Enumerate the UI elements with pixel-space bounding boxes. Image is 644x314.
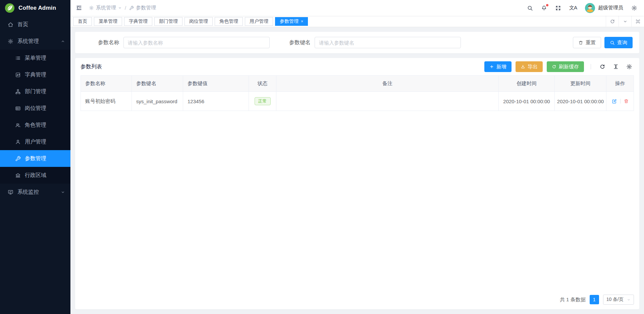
column-settings-gear-icon[interactable] bbox=[626, 64, 632, 70]
col-actions: 操作 bbox=[606, 76, 634, 92]
tab-dict-mgmt[interactable]: 字典管理 bbox=[124, 17, 152, 26]
breadcrumb-system-mgmt[interactable]: 系统管理 bbox=[89, 5, 122, 11]
edit-icon[interactable] bbox=[611, 99, 617, 104]
sidebar-item-post-mgmt[interactable]: 岗位管理 bbox=[0, 100, 70, 117]
tab-post-mgmt[interactable]: 岗位管理 bbox=[184, 17, 213, 26]
param-name-input[interactable] bbox=[123, 37, 270, 48]
breadcrumb-label: 系统管理 bbox=[96, 5, 116, 11]
param-key-input[interactable] bbox=[315, 37, 461, 48]
cell-created-at: 2020-10-01 00:00:00 bbox=[499, 92, 555, 111]
sidebar-item-dept-mgmt[interactable]: 部门管理 bbox=[0, 83, 70, 100]
roles-icon bbox=[15, 122, 21, 128]
tab-label: 参数管理 bbox=[280, 18, 299, 24]
wrench-icon bbox=[15, 156, 21, 162]
sidebar-item-label: 角色管理 bbox=[25, 122, 46, 129]
close-icon[interactable]: × bbox=[301, 19, 303, 23]
app-title: Coffee Admin bbox=[18, 5, 56, 11]
sidebar-item-role-mgmt[interactable]: 角色管理 bbox=[0, 117, 70, 133]
avatar bbox=[585, 3, 595, 13]
cell-param-name: 账号初始密码 bbox=[81, 92, 132, 111]
filter-param-key: 参数键名 bbox=[289, 37, 461, 48]
panel-title: 参数列表 bbox=[80, 63, 102, 70]
cell-status: 正常 bbox=[249, 92, 276, 111]
sidebar-item-dict-mgmt[interactable]: 字典管理 bbox=[0, 66, 70, 83]
status-badge: 正常 bbox=[255, 97, 271, 106]
add-button[interactable]: 新增 bbox=[484, 61, 512, 72]
tab-label: 字典管理 bbox=[129, 18, 148, 24]
param-name-label: 参数名称 bbox=[98, 39, 119, 46]
panel-toolbar: 新增 导出 刷新缓存 bbox=[484, 61, 634, 72]
sidebar-item-system-monitor[interactable]: 系统监控 bbox=[0, 184, 70, 200]
delete-trash-icon[interactable] bbox=[624, 99, 629, 104]
wrench-icon bbox=[129, 6, 134, 10]
home-icon bbox=[7, 22, 13, 27]
username: 超级管理员 bbox=[598, 5, 623, 11]
gear-icon bbox=[89, 5, 94, 10]
filter-actions: 重置 查询 bbox=[573, 37, 633, 48]
page-size-select[interactable]: 10 条/页 bbox=[603, 295, 634, 305]
export-button[interactable]: 导出 bbox=[516, 61, 543, 72]
cell-param-value: 123456 bbox=[183, 92, 249, 111]
col-updated-at: 更新时间 bbox=[555, 76, 606, 92]
tabs-bar: 首页 菜单管理 字典管理 部门管理 岗位管理 角色管理 用户管理 参数管理 × bbox=[70, 16, 644, 27]
chevron-down-icon bbox=[627, 298, 631, 302]
refresh-icon[interactable] bbox=[606, 16, 619, 27]
row-density-icon[interactable] bbox=[613, 64, 619, 70]
translate-icon[interactable]: 文A bbox=[569, 5, 577, 11]
app-logo[interactable]: Coffee Admin bbox=[0, 0, 70, 16]
search-icon[interactable] bbox=[527, 5, 533, 11]
tab-param-mgmt[interactable]: 参数管理 × bbox=[275, 17, 308, 26]
trash-icon bbox=[578, 40, 583, 45]
sidebar-item-home[interactable]: 首页 bbox=[0, 16, 70, 33]
sidebar-item-menu-mgmt[interactable]: 菜单管理 bbox=[0, 50, 70, 66]
fullscreen-icon[interactable] bbox=[555, 5, 561, 11]
search-label: 查询 bbox=[617, 40, 627, 46]
sidebar-item-admin-region[interactable]: 行政区域 bbox=[0, 167, 70, 184]
tab-menu-mgmt[interactable]: 菜单管理 bbox=[94, 17, 122, 26]
monitor-icon bbox=[7, 189, 13, 195]
sidebar-item-label: 系统管理 bbox=[17, 38, 39, 45]
refresh-cache-button[interactable]: 刷新缓存 bbox=[547, 61, 584, 72]
sidebar-item-label: 系统监控 bbox=[17, 189, 39, 196]
tab-home[interactable]: 首页 bbox=[73, 17, 92, 26]
sidebar-item-system-mgmt[interactable]: 系统管理 bbox=[0, 33, 70, 50]
refresh-cache-label: 刷新缓存 bbox=[559, 64, 579, 70]
sidebar: Coffee Admin 首页 系统管理 菜单管理 字典管理 部门管理 岗位管理 bbox=[0, 0, 70, 314]
user-icon bbox=[15, 139, 21, 145]
cell-remark bbox=[276, 92, 499, 111]
tab-role-mgmt[interactable]: 角色管理 bbox=[215, 17, 243, 26]
chevron-down-icon bbox=[61, 190, 65, 194]
tabbar-controls bbox=[606, 16, 644, 27]
dictionary-icon bbox=[15, 72, 21, 78]
breadcrumb-label: 参数管理 bbox=[136, 5, 156, 11]
bell-icon[interactable] bbox=[541, 5, 547, 11]
breadcrumb-param-mgmt[interactable]: 参数管理 bbox=[129, 5, 156, 11]
page-number-button[interactable]: 1 bbox=[590, 295, 599, 304]
search-button[interactable]: 查询 bbox=[604, 37, 633, 48]
col-status: 状态 bbox=[249, 76, 276, 92]
maximize-icon[interactable] bbox=[631, 16, 644, 27]
sidebar-collapse-icon[interactable] bbox=[76, 5, 82, 11]
id-badge-icon bbox=[15, 106, 21, 111]
search-icon bbox=[610, 40, 615, 45]
settings-gear-icon[interactable] bbox=[631, 5, 637, 11]
param-table: 参数名称 参数键名 参数键值 状态 备注 创建时间 更新时间 操作 账号初始密码… bbox=[80, 75, 634, 111]
org-chart-icon bbox=[15, 89, 21, 95]
filter-panel: 参数名称 参数键名 重置 查询 bbox=[75, 32, 639, 53]
tab-dept-mgmt[interactable]: 部门管理 bbox=[154, 17, 182, 26]
main-area: 系统管理 / 参数管理 文A 超级管理员 bbox=[70, 0, 644, 314]
cell-param-key: sys_init_password bbox=[132, 92, 183, 111]
tab-user-mgmt[interactable]: 用户管理 bbox=[245, 17, 273, 26]
chevron-down-icon[interactable] bbox=[619, 16, 631, 27]
tab-label: 首页 bbox=[78, 18, 87, 24]
sidebar-item-user-mgmt[interactable]: 用户管理 bbox=[0, 133, 70, 150]
sidebar-item-param-mgmt[interactable]: 参数管理 bbox=[0, 150, 70, 167]
refresh-table-icon[interactable] bbox=[599, 64, 605, 70]
notification-dot bbox=[546, 4, 548, 6]
cell-actions bbox=[606, 92, 634, 111]
header-actions: 文A 超级管理员 bbox=[527, 3, 637, 13]
col-param-name: 参数名称 bbox=[81, 76, 132, 92]
user-menu[interactable]: 超级管理员 bbox=[585, 3, 623, 13]
reset-button[interactable]: 重置 bbox=[573, 37, 601, 48]
sidebar-item-label: 首页 bbox=[17, 21, 28, 28]
